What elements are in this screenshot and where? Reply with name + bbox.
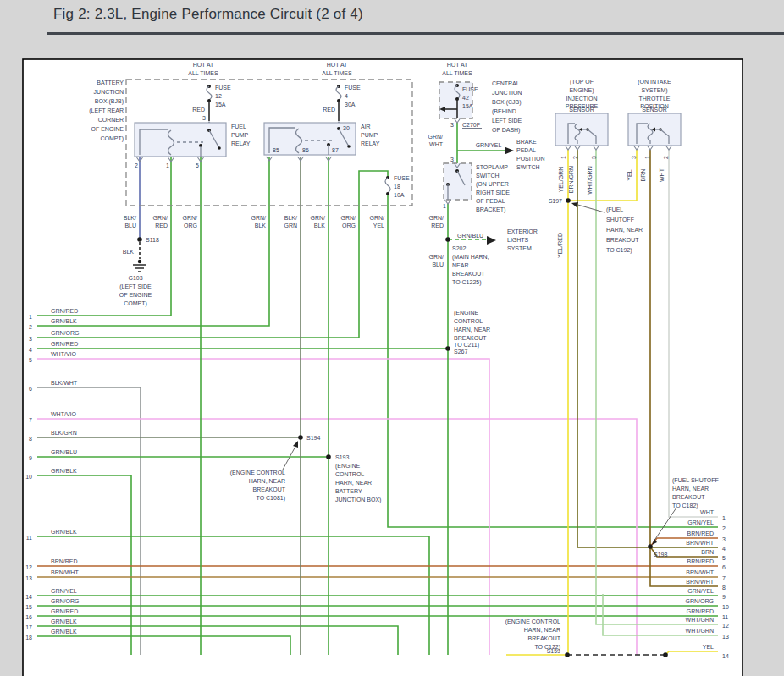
- svg-text:CORNER: CORNER: [98, 117, 124, 123]
- svg-text:SENSOR: SENSOR: [642, 107, 667, 113]
- svg-text:GRN/RED: GRN/RED: [51, 608, 78, 614]
- svg-text:GRN/: GRN/: [251, 215, 267, 221]
- svg-text:GRN/YEL: GRN/YEL: [51, 588, 77, 594]
- svg-text:(ENGINE CONTROL: (ENGINE CONTROL: [230, 470, 285, 476]
- air-relay-label: AIR: [361, 124, 371, 129]
- svg-text:EXTERIOR: EXTERIOR: [507, 228, 538, 234]
- svg-text:YEL: YEL: [703, 644, 714, 650]
- svg-text:GRN/: GRN/: [429, 215, 444, 221]
- svg-text:G103: G103: [128, 275, 142, 281]
- svg-text:SENSOR: SENSOR: [569, 107, 594, 113]
- svg-text:COMPT): COMPT): [124, 300, 147, 307]
- svg-text:10: 10: [25, 474, 32, 480]
- hot-at-label-3: HOT AT: [447, 62, 468, 68]
- svg-text:3: 3: [722, 536, 726, 542]
- svg-text:BRN/WHT: BRN/WHT: [686, 579, 714, 585]
- svg-text:S202: S202: [452, 245, 466, 251]
- svg-text:12: 12: [722, 623, 729, 629]
- svg-text:GRN/ORG: GRN/ORG: [51, 330, 79, 336]
- svg-text:15: 15: [25, 604, 32, 610]
- svg-text:BREAKOUT: BREAKOUT: [454, 335, 487, 341]
- svg-text:(ENGINE CONTROL: (ENGINE CONTROL: [505, 618, 560, 625]
- svg-text:BRN/WHT: BRN/WHT: [686, 569, 714, 575]
- svg-text:RED: RED: [431, 223, 444, 228]
- splice-dot: [648, 544, 653, 549]
- wiring-diagram-svg: BATTERY JUNCTION BOX (BJB) (LEFT REAR CO…: [0, 0, 784, 676]
- svg-text:BLK: BLK: [314, 223, 326, 228]
- svg-text:BLU: BLU: [432, 261, 444, 267]
- svg-text:FUSE: FUSE: [394, 175, 410, 181]
- fuel-relay-pin3: 3: [202, 115, 206, 121]
- svg-text:YEL/RED: YEL/RED: [557, 233, 563, 258]
- svg-text:LEFT SIDE: LEFT SIDE: [492, 118, 522, 124]
- svg-text:TO C182): TO C182): [672, 503, 698, 509]
- svg-text:2: 2: [135, 162, 138, 168]
- svg-text:2: 2: [572, 156, 578, 159]
- fuel-relay-label: FUEL: [231, 124, 246, 129]
- svg-text:S197: S197: [549, 198, 562, 204]
- hot-at-label-2: HOT AT: [327, 62, 348, 68]
- svg-text:WHT: WHT: [659, 168, 665, 182]
- svg-text:GRN/BLK: GRN/BLK: [51, 529, 77, 535]
- svg-text:YEL: YEL: [373, 223, 384, 228]
- svg-text:BRN/GRN: BRN/GRN: [568, 166, 574, 193]
- svg-text:SWITCH: SWITCH: [476, 173, 500, 179]
- svg-text:RELAY: RELAY: [231, 140, 251, 146]
- splice-dot: [298, 435, 303, 440]
- svg-text:GRN/RED: GRN/RED: [51, 341, 78, 347]
- svg-text:(ON INTAKE: (ON INTAKE: [638, 79, 671, 85]
- svg-text:S159: S159: [547, 648, 560, 654]
- svg-text:3: 3: [29, 336, 32, 342]
- svg-text:GRN/BLK: GRN/BLK: [51, 468, 77, 474]
- svg-text:17: 17: [25, 624, 32, 630]
- svg-text:1: 1: [166, 162, 169, 168]
- svg-text:TO C192): TO C192): [606, 247, 632, 254]
- svg-text:GRN/: GRN/: [153, 215, 168, 221]
- svg-text:PUMP: PUMP: [361, 132, 378, 138]
- svg-text:ALL TIMES: ALL TIMES: [442, 70, 472, 76]
- svg-text:BRN/WHT: BRN/WHT: [686, 540, 714, 546]
- stoplamp-pin3: 3: [450, 157, 454, 162]
- svg-text:OF ENGINE: OF ENGINE: [119, 292, 152, 298]
- svg-text:30A: 30A: [345, 102, 356, 107]
- svg-text:BLK/: BLK/: [284, 215, 297, 221]
- svg-text:4: 4: [29, 347, 32, 353]
- svg-text:(LEFT REAR: (LEFT REAR: [89, 107, 124, 114]
- svg-text:(ON UPPER: (ON UPPER: [476, 181, 509, 188]
- svg-text:INJECTION: INJECTION: [566, 96, 598, 102]
- svg-text:ALL TIMES: ALL TIMES: [322, 70, 352, 76]
- svg-text:1: 1: [644, 156, 650, 159]
- svg-text:GRN/: GRN/: [370, 215, 385, 221]
- svg-text:PUMP: PUMP: [231, 132, 249, 138]
- svg-text:BRN/RED: BRN/RED: [51, 558, 78, 564]
- svg-text:18: 18: [394, 184, 400, 190]
- svg-text:BRN: BRN: [640, 169, 646, 182]
- svg-text:WHT/VIO: WHT/VIO: [51, 411, 76, 417]
- svg-text:TO C211): TO C211): [454, 342, 479, 349]
- svg-text:TO C1225): TO C1225): [452, 279, 482, 286]
- svg-text:BOX (BJB): BOX (BJB): [95, 98, 124, 105]
- svg-text:(MAIN HARN,: (MAIN HARN,: [452, 254, 489, 261]
- svg-text:WHT/GRN: WHT/GRN: [686, 628, 714, 634]
- svg-text:HARN, NEAR: HARN, NEAR: [524, 627, 560, 633]
- svg-text:4: 4: [345, 93, 348, 99]
- svg-text:10A: 10A: [394, 192, 405, 198]
- svg-text:GRN/BLU: GRN/BLU: [51, 449, 77, 455]
- svg-text:16: 16: [25, 614, 32, 620]
- svg-text:BLK: BLK: [255, 223, 267, 228]
- svg-text:GRN/YEL: GRN/YEL: [687, 588, 714, 594]
- svg-text:GRN/: GRN/: [429, 254, 444, 260]
- svg-text:GRN/BLK: GRN/BLK: [51, 629, 77, 635]
- svg-text:GRN/: GRN/: [428, 134, 444, 140]
- svg-text:5: 5: [722, 555, 726, 561]
- svg-text:BLK/GRN: BLK/GRN: [51, 430, 77, 436]
- svg-text:GRN/ORG: GRN/ORG: [51, 598, 79, 604]
- red-label-2: RED: [323, 107, 335, 113]
- svg-text:HARN, NEAR: HARN, NEAR: [249, 478, 285, 484]
- svg-text:GRN/YEL: GRN/YEL: [476, 142, 502, 148]
- svg-text:(LEFT SIDE: (LEFT SIDE: [119, 283, 152, 290]
- svg-text:12: 12: [215, 93, 222, 99]
- page: Fig 2: 2.3L, Engine Performance Circuit …: [0, 0, 784, 676]
- svg-text:BRN: BRN: [701, 549, 714, 555]
- svg-text:GRN/: GRN/: [341, 215, 356, 221]
